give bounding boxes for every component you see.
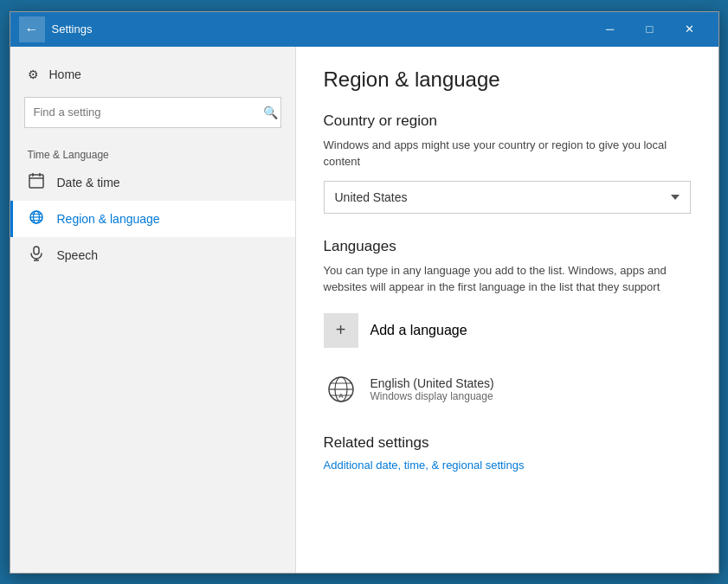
languages-section-title: Languages bbox=[324, 238, 691, 255]
language-name: English (United States) bbox=[370, 376, 494, 390]
sidebar-item-speech[interactable]: Speech bbox=[10, 237, 295, 273]
related-settings-link[interactable]: Additional date, time, & regional settin… bbox=[324, 459, 691, 472]
back-button[interactable]: ← bbox=[19, 16, 45, 42]
country-section-desc: Windows and apps might use your country … bbox=[324, 137, 691, 170]
language-icon-english: A bbox=[324, 372, 358, 407]
search-input[interactable] bbox=[24, 97, 281, 128]
related-settings-title: Related settings bbox=[324, 434, 691, 452]
title-bar: ← Settings ─ □ ✕ bbox=[10, 12, 718, 47]
speech-icon bbox=[28, 246, 45, 265]
svg-rect-9 bbox=[34, 247, 39, 254]
page-title: Region & language bbox=[324, 67, 691, 92]
svg-rect-0 bbox=[29, 175, 43, 188]
search-button[interactable]: 🔍 bbox=[263, 106, 278, 119]
sidebar-home[interactable]: ⚙ Home bbox=[10, 61, 295, 88]
minimize-button[interactable]: ─ bbox=[590, 12, 630, 47]
sidebar-item-region-label: Region & language bbox=[57, 212, 160, 226]
back-icon: ← bbox=[25, 22, 39, 37]
svg-text:A: A bbox=[338, 392, 344, 400]
add-language-button[interactable]: + Add a language bbox=[324, 306, 691, 355]
related-settings-section: Related settings Additional date, time, … bbox=[324, 434, 691, 472]
language-sub: Windows display language bbox=[370, 390, 494, 402]
maximize-button[interactable]: □ bbox=[630, 12, 670, 47]
settings-window: ← Settings ─ □ ✕ ⚙ Home 🔍 Time & Languag… bbox=[10, 11, 719, 574]
window-title: Settings bbox=[52, 22, 590, 35]
plus-icon: + bbox=[324, 313, 358, 348]
window-controls: ─ □ ✕ bbox=[590, 12, 710, 47]
content-area: ⚙ Home 🔍 Time & Language bbox=[10, 47, 718, 573]
country-select[interactable]: United States United Kingdom Canada Aust… bbox=[324, 181, 691, 214]
home-label: Home bbox=[49, 67, 81, 81]
language-text-english: English (United States) Windows display … bbox=[370, 376, 494, 402]
search-icon: 🔍 bbox=[263, 106, 278, 119]
languages-section-desc: You can type in any language you add to … bbox=[324, 262, 691, 296]
sidebar-item-date-time-label: Date & time bbox=[57, 176, 120, 189]
search-box: 🔍 bbox=[24, 97, 281, 128]
sidebar: ⚙ Home 🔍 Time & Language bbox=[10, 47, 296, 573]
close-button[interactable]: ✕ bbox=[670, 12, 710, 47]
region-icon bbox=[28, 209, 45, 228]
sidebar-item-date-time[interactable]: Date & time bbox=[10, 164, 295, 201]
languages-section: Languages You can type in any language y… bbox=[324, 238, 691, 414]
language-item-english: A English (United States) Windows displa… bbox=[324, 365, 691, 414]
add-language-label: Add a language bbox=[370, 323, 467, 338]
sidebar-item-speech-label: Speech bbox=[57, 248, 98, 262]
country-section-title: Country or region bbox=[324, 112, 691, 130]
main-content: Region & language Country or region Wind… bbox=[296, 47, 718, 573]
sidebar-item-region-language[interactable]: Region & language bbox=[10, 201, 295, 237]
calendar-icon bbox=[28, 173, 45, 192]
home-gear-icon: ⚙ bbox=[28, 67, 39, 81]
country-region-section: Country or region Windows and apps might… bbox=[324, 112, 691, 238]
sidebar-section-label: Time & Language bbox=[10, 142, 295, 164]
